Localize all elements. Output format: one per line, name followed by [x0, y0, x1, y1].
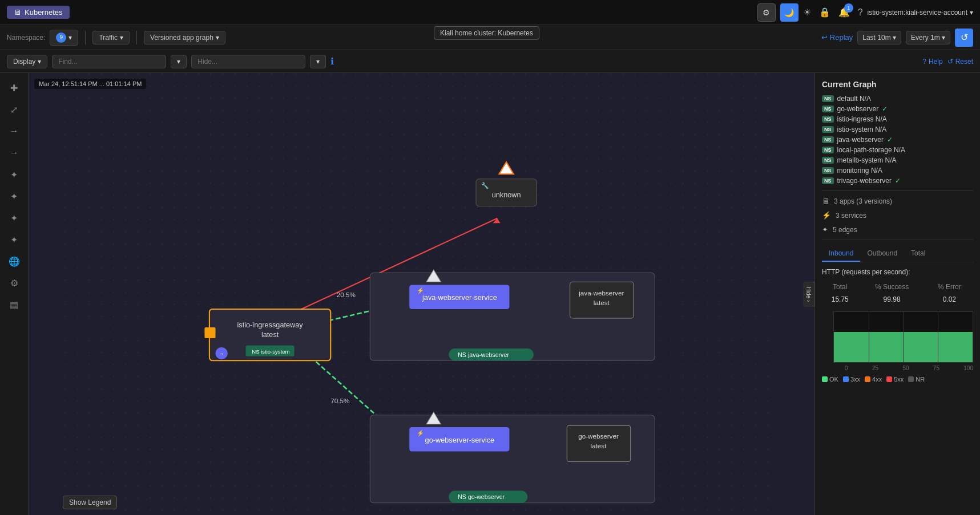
chevron-down-icon: ▾	[120, 34, 123, 42]
sidebar-expand-icon[interactable]: ⤢	[5, 100, 23, 119]
chart-gridline-25	[869, 312, 869, 362]
table-row: 15.75 99.98 0.02	[822, 293, 973, 306]
istio-gateway-node[interactable]: → istio-ingressgateway latest NS istio-s…	[204, 309, 330, 360]
col-total: Total	[822, 281, 858, 293]
chevron-down-icon: ▾	[316, 58, 320, 66]
user-account[interactable]: istio-system:kiali-service-account ▾	[868, 9, 973, 17]
display-button[interactable]: Display ▾	[7, 55, 47, 68]
notification-badge: 1	[844, 3, 853, 13]
traffic-tabs: Inbound Outbound Total	[822, 246, 973, 262]
chart-x-labels: 0 25 50 75 100	[833, 365, 973, 371]
replay-label: Replay	[830, 33, 853, 42]
svg-text:unknown: unknown	[492, 190, 521, 199]
find-dropdown[interactable]: ▾	[171, 55, 187, 68]
svg-text:NS  istio-system: NS istio-system	[252, 348, 289, 355]
sidebar-graph1-icon[interactable]: ✦	[5, 165, 23, 184]
x-label-75: 75	[933, 365, 939, 371]
cluster-button[interactable]: 🖥 Kubernetes	[7, 6, 70, 19]
stats-services: ⚡ 3 services	[822, 211, 973, 220]
tab-outbound[interactable]: Outbound	[860, 246, 904, 262]
bell-icon[interactable]: 🔔 1	[838, 7, 850, 18]
svg-text:latest: latest	[591, 442, 607, 449]
sidebar-arrow1-icon[interactable]: →	[5, 122, 23, 140]
hide-dropdown[interactable]: ▾	[310, 55, 326, 68]
legend-nr: NR	[908, 376, 925, 383]
svg-text:java-webserver: java-webserver	[578, 289, 624, 297]
svg-text:go-webserver: go-webserver	[578, 432, 619, 440]
refresh-button[interactable]: ↺	[955, 29, 973, 47]
edges-label: 5 edges	[833, 226, 857, 234]
topbar-icons: ☀ 🔒 🔔 1 ?	[803, 7, 863, 18]
find-input[interactable]	[52, 55, 166, 68]
java-webserver-node[interactable]: java-webserver latest	[570, 282, 634, 318]
chevron-down-icon: ▾	[177, 58, 180, 66]
legend-5xx-dot	[886, 376, 892, 382]
cluster-label: Kubernetes	[25, 8, 63, 17]
tab-inbound[interactable]: Inbound	[822, 246, 860, 262]
ns-item-metallbsystem: NS metallb-system N/A	[822, 156, 973, 164]
reset-button[interactable]: ↺ Reset	[947, 58, 973, 66]
sidebar-graph3-icon[interactable]: ✦	[5, 209, 23, 227]
val-total: 15.75	[822, 293, 858, 306]
namespace-count: 9	[56, 33, 66, 43]
traffic-button[interactable]: Traffic ▾	[92, 31, 130, 44]
right-panel: Current Graph NS default N/A NS go-webse…	[814, 73, 980, 515]
namespace-button[interactable]: 9 ▾	[50, 30, 78, 46]
col-error: % Error	[926, 281, 973, 293]
legend-ok: OK	[822, 376, 838, 383]
svg-text:70.5%: 70.5%	[330, 397, 349, 404]
sidebar-graph2-icon[interactable]: ✦	[5, 187, 23, 205]
left-sidebar: ✚ ⤢ → → ✦ ✦ ✦ ✦ 🌐 ⚙ ▤	[0, 73, 29, 515]
help-icon[interactable]: ?	[858, 7, 863, 18]
svg-text:latest: latest	[594, 299, 610, 306]
tab-total[interactable]: Total	[904, 246, 932, 262]
chart-wrapper: 0 25 50 75 100	[822, 311, 973, 371]
svg-text:NS  java-webserver: NS java-webserver	[458, 351, 509, 358]
legend-5xx: 5xx	[886, 376, 904, 383]
help-button[interactable]: ? Help	[922, 58, 942, 66]
lock-icon[interactable]: 🔒	[819, 7, 830, 18]
chart-gridline-100	[973, 312, 973, 362]
show-legend-button[interactable]: Show Legend	[63, 496, 117, 509]
sidebar-table-icon[interactable]: ▤	[5, 295, 23, 314]
gear-icon: ⚙	[763, 8, 770, 17]
chart-gridline-50	[904, 312, 904, 362]
apps-icon: 🖥	[822, 197, 829, 205]
chevron-down-icon: ▾	[970, 9, 973, 17]
http-table: Total % Success % Error 15.75 99.98 0.02	[822, 281, 973, 306]
info-icon[interactable]: ℹ	[330, 56, 334, 67]
graph-type-label: Versioned app graph	[150, 34, 213, 42]
svg-text:istio-ingressgateway: istio-ingressgateway	[237, 321, 303, 329]
refresh-interval-select[interactable]: Every 1m ▾	[906, 31, 950, 44]
svg-text:⚡: ⚡	[417, 429, 425, 437]
divider	[85, 31, 86, 44]
hide-input[interactable]	[191, 55, 305, 68]
divider	[822, 190, 973, 191]
legend-3xx: 3xx	[843, 376, 860, 383]
legend-4xx: 4xx	[865, 376, 882, 383]
col-success: % Success	[858, 281, 925, 293]
graph-type-button[interactable]: Versioned app graph ▾	[144, 31, 225, 44]
sidebar-graph4-icon[interactable]: ✦	[5, 230, 23, 249]
sidebar-move-icon[interactable]: ✚	[5, 79, 23, 97]
username-label: istio-system:kiali-service-account	[868, 9, 967, 17]
legend-ok-dot	[822, 376, 828, 382]
theme-toggle[interactable]: 🌙	[780, 3, 798, 22]
svg-text:→: →	[219, 350, 225, 357]
replay-button[interactable]: ↩ Replay	[821, 33, 853, 42]
time-range-select[interactable]: Last 10m ▾	[857, 31, 901, 44]
chevron-down-icon: ▾	[68, 34, 72, 42]
legend-3xx-label: 3xx	[850, 376, 860, 383]
settings-icon-btn[interactable]: ⚙	[757, 3, 776, 22]
refresh-interval-label: Every 1m	[911, 34, 940, 42]
ns-item-default: NS default N/A	[822, 95, 973, 103]
sidebar-globe-icon[interactable]: 🌐	[5, 252, 23, 270]
go-webserver-node[interactable]: go-webserver latest	[567, 425, 630, 462]
sun-icon[interactable]: ☀	[803, 7, 811, 18]
svg-text:20.5%: 20.5%	[337, 291, 356, 298]
hide-panel-button[interactable]: Hide ›	[803, 281, 814, 307]
show-legend-label: Show Legend	[69, 498, 111, 506]
sidebar-gear-icon[interactable]: ⚙	[5, 274, 23, 292]
edges-icon: ✦	[822, 225, 828, 234]
sidebar-arrow2-icon[interactable]: →	[5, 144, 23, 162]
